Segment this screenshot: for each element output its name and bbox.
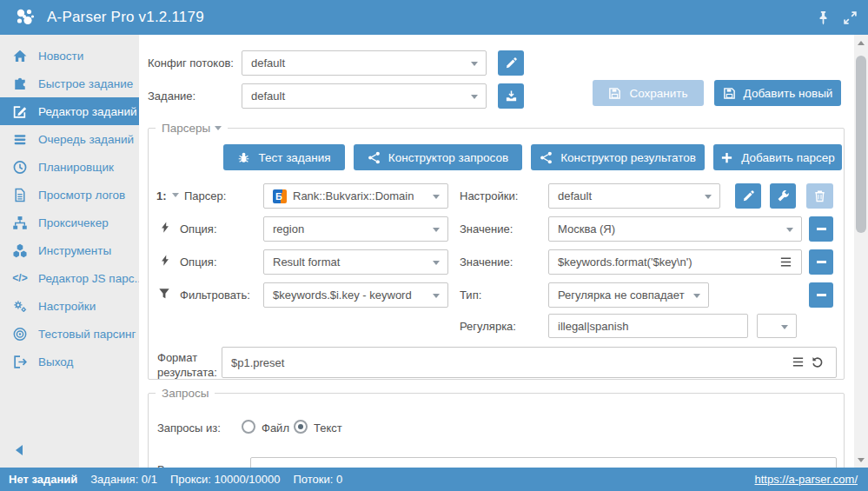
override-settings-button[interactable] xyxy=(770,183,796,209)
template-menu-icon[interactable] xyxy=(779,255,792,269)
radio-file[interactable] xyxy=(242,420,255,434)
collapse-section-icon[interactable] xyxy=(215,126,222,130)
share-icon xyxy=(540,151,553,164)
status-bar: Нет заданий Задания: 0/1 Прокси: 10000/1… xyxy=(0,468,868,491)
regex-label: Регулярка: xyxy=(460,320,516,333)
thread-config-select[interactable]: default xyxy=(242,50,487,76)
query-builder-button[interactable]: Конструктор запросов xyxy=(354,144,522,170)
option-name-select[interactable]: region xyxy=(263,216,448,242)
settings-select[interactable]: default xyxy=(548,183,720,209)
wrench-icon xyxy=(777,189,790,202)
radio-file-label: Файл xyxy=(262,421,289,435)
list-icon xyxy=(12,132,28,147)
parser-index: 1: xyxy=(156,189,167,202)
task-select[interactable]: default xyxy=(242,83,487,109)
queries-input[interactable] xyxy=(250,457,837,468)
filter-type-label: Тип: xyxy=(460,289,481,302)
sidebar-item-quick-task[interactable]: Быстрое задание xyxy=(0,70,139,97)
parser-select[interactable]: Б Rank::Bukvarix::Domain xyxy=(263,183,448,209)
pencil-icon xyxy=(742,189,755,202)
filter-label: Фильтровать: xyxy=(180,289,250,302)
chevron-down-icon xyxy=(693,294,700,298)
parser-label: Парсер: xyxy=(184,189,226,202)
sidebar-collapse-button[interactable] xyxy=(16,445,23,455)
filter-field-select[interactable]: $keywords.$i.key - keyword xyxy=(263,282,448,308)
undo-icon[interactable] xyxy=(811,355,824,368)
chevron-down-icon xyxy=(433,228,440,232)
fullscreen-icon[interactable] xyxy=(843,10,858,25)
remove-filter-button[interactable] xyxy=(809,282,833,308)
option-value-select[interactable]: Москва (Я) xyxy=(548,216,802,242)
queries-from-label: Запросы из: xyxy=(157,421,221,435)
result-format-label: Формат результата: xyxy=(157,350,220,380)
load-task-button[interactable] xyxy=(498,83,524,109)
sidebar-item-label: Настройки xyxy=(38,300,96,313)
vertical-scrollbar[interactable] xyxy=(854,35,868,468)
sidebar-item-news[interactable]: Новости xyxy=(0,42,139,70)
value-label: Значение: xyxy=(460,255,513,269)
row-collapse-icon[interactable] xyxy=(172,193,179,197)
chevron-down-icon xyxy=(433,261,440,265)
regex-input[interactable] xyxy=(548,314,748,338)
edit-settings-button[interactable] xyxy=(735,183,761,209)
minus-icon xyxy=(817,261,826,263)
tasks-counter: Задания: 0/1 xyxy=(90,473,157,486)
chevron-down-icon xyxy=(433,294,440,298)
sign-out-icon xyxy=(12,355,28,369)
code-icon: </> xyxy=(12,272,28,284)
radio-text[interactable] xyxy=(294,420,308,434)
delete-parser-button[interactable] xyxy=(806,183,833,209)
remove-option-button[interactable] xyxy=(809,249,833,275)
remove-option-button[interactable] xyxy=(809,216,833,242)
threads-counter: Потоки: 0 xyxy=(294,473,343,486)
sidebar-item-scheduler[interactable]: Планировщик xyxy=(0,153,139,181)
option-name-select[interactable]: Result format xyxy=(263,249,448,275)
sidebar-item-label: Новости xyxy=(38,50,83,63)
parsers-legend: Парсеры xyxy=(156,122,228,135)
target-icon xyxy=(12,327,28,342)
sidebar-item-log-viewer[interactable]: Просмотр логов xyxy=(0,181,139,209)
sidebar-item-label: Инструменты xyxy=(38,244,111,257)
bug-icon xyxy=(237,151,250,164)
scrollbar-thumb[interactable] xyxy=(856,56,866,233)
result-format-input[interactable] xyxy=(222,347,837,378)
arrow-up-icon xyxy=(858,41,865,45)
sidebar-item-exit[interactable]: Выход xyxy=(0,348,139,375)
thread-config-label: Конфиг потоков: xyxy=(148,56,234,70)
sidebar-item-task-queue[interactable]: Очередь заданий xyxy=(0,125,139,153)
sidebar-item-task-editor[interactable]: Редактор заданий xyxy=(0,97,139,125)
edit-icon xyxy=(12,104,28,119)
sidebar-item-label: Просмотр логов xyxy=(38,189,125,202)
edit-config-button[interactable] xyxy=(498,50,524,76)
option-value-input[interactable] xyxy=(548,249,802,275)
sidebar-item-label: Выход xyxy=(38,355,73,368)
pin-icon[interactable] xyxy=(816,10,831,25)
option-label: Опция: xyxy=(180,255,217,269)
chevron-down-icon xyxy=(781,325,788,329)
site-link[interactable]: https://a-parser.com/ xyxy=(755,473,858,486)
sidebar-item-settings[interactable]: Настройки xyxy=(0,292,139,320)
add-new-button[interactable]: Добавить новый xyxy=(714,80,841,106)
regex-preset-select[interactable] xyxy=(757,314,797,338)
scroll-up-button[interactable] xyxy=(854,36,868,49)
sidebar-item-label: Проксичекер xyxy=(38,216,109,229)
lightning-icon xyxy=(159,254,171,267)
task-label: Задание: xyxy=(148,90,195,103)
floppy-icon xyxy=(723,87,736,100)
trash-icon xyxy=(813,189,826,202)
template-menu-icon[interactable] xyxy=(792,355,805,368)
sidebar-item-tools[interactable]: Инструменты xyxy=(0,236,139,264)
add-parser-button[interactable]: Добавить парсер xyxy=(713,144,842,170)
status-text: Нет заданий xyxy=(9,473,77,486)
result-builder-button[interactable]: Конструктор результатов xyxy=(531,144,705,170)
title-bar: A-Parser Pro v1.2.1179 xyxy=(0,0,868,35)
test-task-button[interactable]: Тест задания xyxy=(223,144,345,170)
sidebar-item-js-editor[interactable]: </> Редактор JS парс... xyxy=(0,264,139,292)
sidebar-item-proxy-checker[interactable]: Проксичекер xyxy=(0,209,139,236)
download-icon xyxy=(505,90,518,103)
document-icon xyxy=(12,188,28,202)
scroll-down-button[interactable] xyxy=(854,454,868,466)
filter-type-select[interactable]: Регулярка не совпадает xyxy=(548,282,709,308)
sidebar-item-test-parsing[interactable]: Тестовый парсинг xyxy=(0,320,139,348)
save-button[interactable]: Сохранить xyxy=(593,80,704,106)
